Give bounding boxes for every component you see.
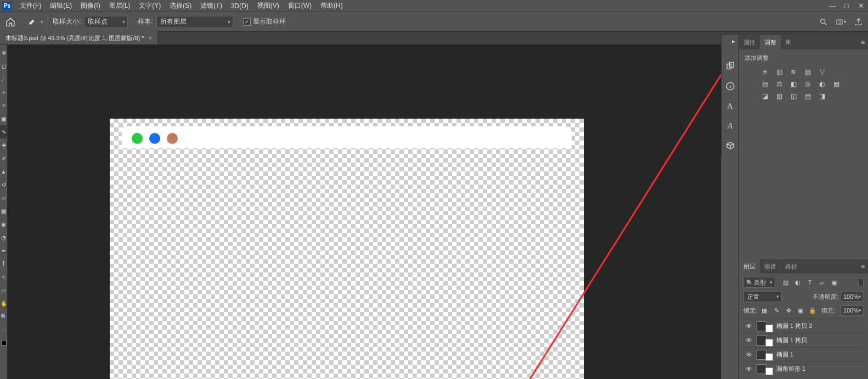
lock-all-icon[interactable]: 🔒 (809, 306, 816, 314)
filter-shape-icon[interactable]: ▱ (818, 278, 826, 286)
bw-icon[interactable]: ◧ (788, 80, 798, 88)
layer-item[interactable]: 👁 圆角矩形 1 (743, 361, 864, 376)
layer-name[interactable]: 椭圆 1 拷贝 2 (776, 322, 863, 330)
heal-tool[interactable]: ✚ (0, 138, 8, 152)
layer-mask-thumb[interactable] (765, 367, 773, 375)
layer-item[interactable]: 👁 椭圆 1 拷贝 (743, 333, 864, 347)
hue-sat-icon[interactable]: ▤ (760, 80, 770, 88)
minimize-button[interactable]: — (825, 0, 839, 11)
path-select-tool[interactable]: ↖ (0, 270, 8, 283)
menu-file[interactable]: 文件(F) (16, 0, 44, 12)
marquee-tool[interactable]: ◻ (0, 59, 8, 73)
eyedropper-tool-icon[interactable] (25, 15, 38, 29)
menu-image[interactable]: 图像(I) (77, 0, 103, 12)
gradient-map-icon[interactable]: ▤ (803, 92, 813, 101)
brush-tool[interactable]: ✐ (0, 152, 8, 165)
exposure-icon[interactable]: ▨ (803, 68, 813, 76)
lock-artboard-icon[interactable]: ▣ (797, 306, 804, 314)
invert-icon[interactable]: ◪ (760, 92, 770, 101)
sample-select[interactable]: 所有图层 (156, 16, 233, 28)
tab-adjustments[interactable]: 调整 (760, 35, 781, 49)
character-panel-icon[interactable]: A (722, 118, 739, 134)
opacity-input[interactable]: 100% (841, 292, 864, 302)
visibility-toggle[interactable]: 👁 (745, 351, 753, 359)
share-icon[interactable] (854, 17, 864, 27)
blur-tool[interactable]: ◉ (0, 218, 8, 231)
home-icon[interactable] (4, 16, 16, 28)
dodge-tool[interactable]: ◔ (0, 231, 8, 244)
search-icon[interactable] (819, 17, 828, 27)
panel-menu-icon[interactable]: ≡ (858, 38, 868, 46)
clone-source-icon[interactable] (722, 58, 739, 75)
posterize-icon[interactable]: ▧ (774, 92, 784, 101)
glyphs-panel-icon[interactable]: A (722, 98, 739, 114)
color-lookup-icon[interactable]: ▦ (831, 80, 841, 88)
stamp-tool[interactable]: ▲ (0, 165, 8, 178)
dock-expand-icon[interactable]: ▸ (729, 35, 739, 47)
menu-layer[interactable]: 图层(L) (106, 0, 134, 12)
blend-mode-select[interactable]: 正常 (743, 291, 782, 302)
crop-tool[interactable]: ⌗ (0, 99, 8, 112)
tab-libraries[interactable]: 库 (781, 35, 796, 49)
menu-help[interactable]: 帮助(H) (317, 0, 346, 12)
canvas-area[interactable] (8, 45, 721, 379)
color-swatch[interactable] (0, 336, 8, 349)
vibrance-icon[interactable]: ▽ (817, 68, 827, 76)
photo-filter-icon[interactable]: ◎ (803, 80, 813, 88)
eyedropper-tool[interactable]: ✎ (0, 125, 8, 138)
visibility-toggle[interactable]: 👁 (745, 365, 753, 373)
filter-smart-icon[interactable]: ▣ (830, 278, 838, 286)
layer-filter-select[interactable]: 类型 (743, 277, 775, 288)
tab-layers[interactable]: 图层 (739, 259, 760, 274)
show-ring-checkbox[interactable]: ✓ (243, 18, 251, 26)
filter-adjust-icon[interactable]: ◐ (794, 278, 802, 286)
sample-size-select[interactable]: 取样点 (84, 16, 128, 28)
layer-mask-thumb[interactable] (765, 339, 773, 347)
zoom-tool[interactable]: 🔍 (0, 310, 8, 323)
menu-view[interactable]: 视图(V) (254, 0, 283, 12)
threshold-icon[interactable]: ◫ (788, 92, 798, 101)
layer-name[interactable]: 圆角矩形 1 (776, 365, 863, 373)
lock-transparent-icon[interactable]: ▦ (760, 306, 768, 314)
tab-paths[interactable]: 路径 (781, 259, 802, 274)
hand-tool[interactable]: ✋ (0, 297, 8, 310)
close-button[interactable]: ✕ (854, 0, 868, 11)
visibility-toggle[interactable]: 👁 (745, 322, 753, 330)
filter-toggle[interactable] (858, 278, 864, 286)
menu-3d[interactable]: 3D(D) (228, 1, 252, 11)
gradient-tool[interactable]: ▦ (0, 204, 8, 218)
info-panel-icon[interactable] (722, 78, 739, 94)
brightness-contrast-icon[interactable]: ☀ (760, 68, 770, 76)
frame-tool[interactable]: ▣ (0, 112, 8, 125)
color-balance-icon[interactable]: ⚖ (774, 80, 784, 88)
history-brush-tool[interactable]: ↺ (0, 178, 8, 191)
menu-edit[interactable]: 编辑(E) (47, 0, 75, 12)
document-tab[interactable]: 未标题3.psd @ 49.3% (亮度/对比度 1, 图层蒙版/8) * × (0, 31, 158, 44)
layer-name[interactable]: 椭圆 1 (776, 350, 863, 359)
menu-type[interactable]: 文字(Y) (136, 0, 164, 12)
3d-panel-icon[interactable] (722, 137, 739, 154)
curves-icon[interactable]: ≋ (788, 68, 798, 76)
lock-position-icon[interactable]: ✥ (785, 306, 792, 314)
menu-window[interactable]: 窗口(W) (285, 0, 315, 12)
maximize-button[interactable]: □ (839, 0, 854, 11)
filter-type-icon[interactable]: T (806, 278, 814, 286)
levels-icon[interactable]: ▥ (774, 68, 784, 76)
fill-input[interactable]: 100% (841, 305, 864, 315)
layer-mask-thumb[interactable] (765, 353, 773, 361)
workspace-icon[interactable]: ▾ (836, 17, 846, 27)
layer-item[interactable]: 👁 椭圆 1 (743, 347, 864, 361)
layer-mask-thumb[interactable] (765, 325, 773, 332)
pen-tool[interactable]: ✒ (0, 244, 8, 257)
shape-tool[interactable]: ▭ (0, 283, 8, 297)
selective-color-icon[interactable]: ◨ (817, 92, 827, 101)
tab-properties[interactable]: 属性 (739, 35, 760, 49)
filter-pixel-icon[interactable]: ▧ (782, 278, 790, 286)
edit-toolbar[interactable]: ⋯ (0, 323, 8, 336)
channel-mixer-icon[interactable]: ◐ (817, 80, 827, 88)
move-tool[interactable]: ✥ (0, 46, 8, 59)
quick-select-tool[interactable]: ✧ (0, 86, 8, 99)
menu-filter[interactable]: 滤镜(T) (197, 0, 225, 12)
layer-item[interactable]: 👁 椭圆 1 拷贝 2 (743, 319, 864, 333)
layers-panel-menu-icon[interactable]: ≡ (858, 263, 868, 270)
